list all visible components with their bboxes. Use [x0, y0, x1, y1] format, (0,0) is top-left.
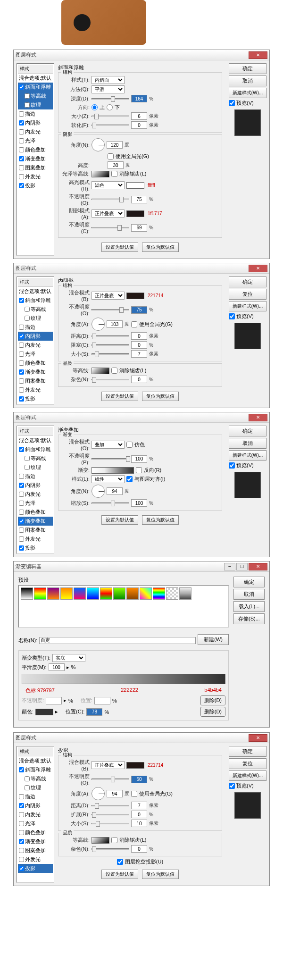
dir-up[interactable]	[92, 104, 98, 110]
sidebar-drop-shadow[interactable]: 投影	[18, 181, 53, 190]
depth-slider[interactable]	[92, 98, 129, 100]
sidebar-texture[interactable]: 纹理	[18, 101, 53, 109]
right-buttons: 确定 取消 新建样式(W)... 预览(V)	[226, 63, 266, 256]
titlebar: 图层样式 ✕	[14, 50, 269, 60]
layer-style-dialog-drop-shadow: 图层样式✕ 样式 混合选项:默认 斜面和浮雕 等高线 纹理 描边 内阴影 内发光…	[13, 732, 270, 886]
dir-down[interactable]	[107, 104, 113, 110]
angle-dial[interactable]	[92, 318, 105, 331]
highlight-color[interactable]	[126, 182, 144, 189]
blend-options[interactable]: 混合选项:默认	[18, 74, 53, 83]
layer-style-dialog-inner-shadow: 图层样式✕ 样式 混合选项:默认 斜面和浮雕 等高线 纹理 描边 内阴影 内发光…	[13, 263, 270, 408]
effects-sidebar: 样式 混合选项:默认 斜面和浮雕 等高线 纹理 描边 内阴影 内发光 光泽 颜色…	[17, 276, 54, 405]
panel-title: 斜面和浮雕	[58, 64, 222, 71]
stops-row: 色标 979797 222222 b4b4b4	[22, 687, 225, 694]
sidebar-inner-shadow[interactable]: 内阴影	[18, 118, 53, 127]
sidebar-drop-shadow[interactable]: 投影	[18, 864, 53, 873]
window-title: 图层样式	[16, 51, 249, 59]
sidebar-header: 样式	[18, 65, 53, 74]
preset-swatch[interactable]	[47, 587, 59, 600]
sidebar-color-overlay[interactable]: 颜色叠加	[18, 145, 53, 154]
angle-input[interactable]	[107, 141, 123, 149]
sidebar-pattern-overlay[interactable]: 图案叠加	[18, 163, 53, 172]
ok-button[interactable]: 确定	[229, 63, 266, 74]
preview-cb[interactable]	[229, 100, 235, 106]
close-button[interactable]: ✕	[249, 734, 267, 742]
preset-swatch[interactable]	[34, 587, 46, 600]
highlight-mode[interactable]: 滤色	[92, 181, 125, 189]
shadow-op-slider[interactable]	[92, 227, 129, 228]
preset-swatch[interactable]	[113, 587, 125, 600]
blend-select[interactable]: 正片叠底	[92, 292, 125, 300]
preview-swatch	[234, 109, 261, 136]
color-swatch[interactable]	[126, 293, 144, 299]
sidebar-inner-shadow[interactable]: 内阴影	[18, 332, 53, 341]
preset-swatch[interactable]	[100, 587, 112, 600]
shadow-op-input[interactable]	[131, 224, 147, 232]
depth-input[interactable]	[131, 95, 147, 102]
preset-swatch[interactable]	[179, 587, 191, 600]
close-button[interactable]: ✕	[249, 414, 267, 421]
close-button[interactable]: ✕	[249, 563, 267, 570]
soften-slider[interactable]	[92, 125, 129, 126]
leather-texture-image	[61, 0, 146, 45]
size-slider[interactable]	[92, 116, 129, 117]
close-button[interactable]: ✕	[249, 51, 267, 59]
preset-swatch[interactable]	[153, 587, 165, 600]
preset-swatch[interactable]	[21, 587, 33, 600]
method-select[interactable]: 平滑	[92, 85, 125, 93]
sidebar-outer-glow[interactable]: 外发光	[18, 172, 53, 181]
ge-save[interactable]: 存储(S)...	[233, 613, 265, 624]
contour-picker[interactable]	[92, 368, 109, 374]
preset-swatch[interactable]	[140, 587, 152, 600]
new-gradient-btn[interactable]: 新建(W)	[198, 634, 229, 645]
make-default-btn[interactable]: 设置为默认值	[101, 243, 138, 252]
preset-swatch[interactable]	[87, 587, 99, 600]
ge-ok[interactable]: 确定	[233, 577, 265, 587]
altitude-input[interactable]	[108, 161, 124, 169]
highlight-op-input[interactable]	[131, 196, 147, 203]
sidebar-inner-glow[interactable]: 内发光	[18, 127, 53, 136]
style-select[interactable]: 内斜面	[92, 76, 125, 84]
cancel-button[interactable]: 取消	[229, 75, 266, 86]
sidebar-satin[interactable]: 光泽	[18, 136, 53, 145]
preset-swatch[interactable]	[74, 587, 86, 600]
new-style-button[interactable]: 新建样式(W)...	[229, 88, 266, 98]
sidebar-contour[interactable]: 等高线	[18, 92, 53, 101]
gradient-name-input[interactable]	[39, 637, 196, 644]
sidebar-gradient-overlay[interactable]: 渐变叠加	[18, 154, 53, 163]
layer-style-dialog-gradient: 图层样式✕ 样式 混合选项:默认 斜面和浮雕 等高线 纹理 描边 内阴影 内发光…	[13, 412, 270, 557]
stop-color[interactable]	[35, 709, 53, 715]
close-button[interactable]: ✕	[249, 265, 267, 272]
layer-style-dialog-bevel: 图层样式 ✕ 样式 混合选项:默认 斜面和浮雕 等高线 纹理 描边 内阴影 内发…	[13, 50, 270, 259]
max-button[interactable]: □	[236, 563, 248, 570]
sidebar-bevel[interactable]: 斜面和浮雕	[18, 83, 53, 92]
gradient-preview[interactable]	[92, 467, 134, 474]
ge-load[interactable]: 载入(L)...	[233, 601, 265, 612]
ge-cancel[interactable]: 取消	[233, 589, 265, 600]
shadow-color[interactable]	[126, 210, 144, 217]
highlight-op-slider[interactable]	[92, 199, 129, 200]
reset-default-btn[interactable]: 复位为默认值	[142, 243, 179, 252]
gloss-contour[interactable]	[92, 171, 109, 177]
preset-swatch[interactable]	[60, 587, 73, 600]
shadow-mode[interactable]: 正片叠底	[92, 209, 125, 218]
preset-swatch[interactable]	[126, 587, 139, 600]
effects-sidebar: 样式 混合选项:默认 斜面和浮雕 等高线 纹理 描边 内阴影 内发光 光泽 颜色…	[17, 63, 54, 256]
angle-dial[interactable]	[92, 138, 105, 151]
antialias-cb[interactable]	[111, 171, 117, 177]
sidebar-stroke[interactable]: 描边	[18, 109, 53, 118]
preset-grid	[18, 585, 229, 628]
size-input[interactable]	[131, 112, 147, 120]
gradient-strip[interactable]	[22, 674, 225, 684]
preset-swatch[interactable]	[166, 587, 178, 600]
global-light-cb[interactable]	[108, 153, 114, 159]
min-button[interactable]: −	[224, 563, 235, 570]
settings-panel: 斜面和浮雕 结构 样式(T):内斜面 方法(Q):平滑 深度(D):% 方向:上…	[54, 63, 226, 256]
sidebar-gradient-overlay[interactable]: 渐变叠加	[18, 517, 53, 526]
soften-input[interactable]	[131, 121, 147, 129]
gradient-editor-dialog: 渐变编辑器−□✕ 预设 名称(N):新建(W) 渐变类型(T):实底	[13, 561, 270, 728]
